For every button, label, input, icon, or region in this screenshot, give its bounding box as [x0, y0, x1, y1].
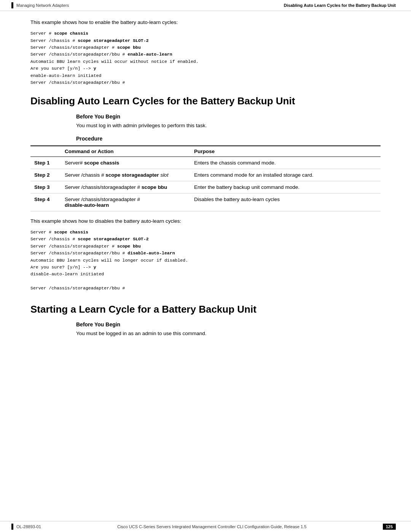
- header-chapter-title: Managing Network Adapters: [16, 3, 69, 8]
- section1-example-intro: This example shows how to disables the b…: [30, 217, 381, 225]
- before-you-begin-text-1: You must log in with admin privileges to…: [76, 122, 381, 129]
- step-purpose: Enter the battery backup unit command mo…: [190, 181, 381, 193]
- step-label: Step 3: [30, 181, 61, 193]
- step-purpose: Enters the chassis command mode.: [190, 157, 381, 169]
- step-label: Step 2: [30, 169, 61, 181]
- table-col-command: Command or Action: [61, 146, 190, 157]
- step-label: Step 1: [30, 157, 61, 169]
- header-left: Managing Network Adapters: [11, 2, 69, 8]
- main-content: This example shows how to enable the bat…: [0, 11, 411, 366]
- step-command: Server# scope chassis: [61, 157, 190, 169]
- page: Managing Network Adapters Disabling Auto…: [0, 0, 411, 532]
- table-row: Step 3 Server /chassis/storageadapter # …: [30, 181, 381, 193]
- top-intro-text: This example shows how to enable the bat…: [30, 19, 381, 26]
- procedure-label-1: Procedure: [76, 136, 381, 142]
- section2-title: Starting a Learn Cycle for a Battery Bac…: [30, 304, 381, 315]
- step-label: Step 4: [30, 193, 61, 211]
- step-purpose: Disables the battery auto-learn cycles: [190, 193, 381, 211]
- before-you-begin-label-1: Before You Begin: [76, 113, 381, 120]
- header-accent-bar: [11, 2, 13, 8]
- footer-doc-title: Cisco UCS C-Series Servers Integrated Ma…: [41, 524, 383, 529]
- page-header: Managing Network Adapters Disabling Auto…: [0, 0, 411, 11]
- top-code-block: Server # scope chassis Server /chassis #…: [30, 30, 381, 86]
- before-you-begin-text-2: You must be logged in as an admin to use…: [76, 330, 381, 337]
- footer-doc-number: OL-28893-01: [16, 524, 41, 529]
- table-col-empty: [30, 146, 61, 157]
- step-command: Server /chassis/storageadapter # disable…: [61, 193, 190, 211]
- footer-accent-bar: [11, 524, 13, 530]
- page-footer: OL-28893-01 Cisco UCS C-Series Servers I…: [0, 521, 411, 532]
- step-command: Server /chassis # scope storageadapter s…: [61, 169, 190, 181]
- footer-page-number: 125: [383, 524, 396, 530]
- section1-example-code: Server # scope chassis Server /chassis #…: [30, 229, 381, 292]
- table-row: Step 1 Server# scope chassis Enters the …: [30, 157, 381, 169]
- step-purpose: Enters command mode for an installed sto…: [190, 169, 381, 181]
- table-col-purpose: Purpose: [190, 146, 381, 157]
- table-row: Step 4 Server /chassis/storageadapter # …: [30, 193, 381, 211]
- table-row: Step 2 Server /chassis # scope storagead…: [30, 169, 381, 181]
- footer-left: OL-28893-01: [11, 524, 41, 530]
- header-section-title: Disabling Auto Learn Cycles for the Batt…: [284, 3, 396, 8]
- step-command: Server /chassis/storageadapter # scope b…: [61, 181, 190, 193]
- before-you-begin-label-2: Before You Begin: [76, 321, 381, 328]
- section1-title: Disabling Auto Learn Cycles for the Batt…: [30, 95, 381, 107]
- procedure-table-1: Command or Action Purpose Step 1 Server#…: [30, 145, 381, 211]
